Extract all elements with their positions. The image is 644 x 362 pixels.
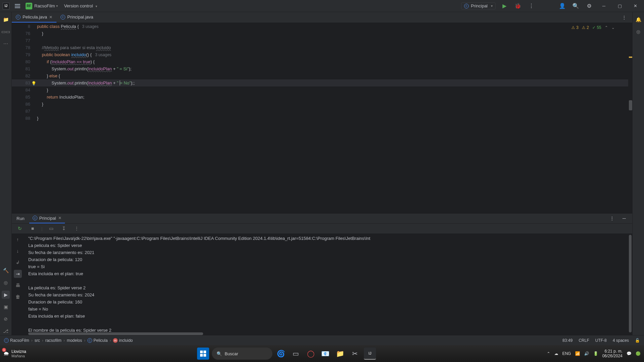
tray-wifi-icon[interactable]: 📶 [575,351,580,356]
maximize-button[interactable]: ▢ [614,1,626,11]
code-line[interactable]: 76 } [12,30,628,37]
minimize-button[interactable]: ─ [598,1,610,11]
notifications-icon[interactable]: 🔔 [634,15,642,24]
task-explorer[interactable]: ▭ [290,348,302,360]
breadcrumb-item[interactable]: □RacsoFilm [4,338,29,343]
code-line[interactable]: 87 [12,108,628,115]
chevron-down-icon[interactable]: ⌄ [611,24,615,31]
indent-setting[interactable]: 4 spaces [613,338,629,343]
code-text[interactable]: } [37,101,628,108]
code-text[interactable]: } [37,86,628,94]
intention-bulb-icon[interactable]: 💡 [31,80,36,87]
scroll-to-end-icon[interactable]: ⇥ [14,270,22,278]
editor-scrollbar[interactable] [628,23,632,213]
breadcrumb-item[interactable]: src [35,338,40,343]
code-text[interactable]: return IncluidoPlan; [37,94,628,101]
more-icon[interactable]: ⋮ [607,214,617,223]
chevron-down-icon[interactable]: ▾ [56,4,58,8]
code-line[interactable]: 77 [12,37,628,44]
tray-cloud-icon[interactable]: ☁ [554,351,558,356]
inspection-badges[interactable]: ⚠ 3 ⚠ 2 ✓ 55 ⌃ ⌄ [571,24,615,31]
scrollbar-thumb[interactable] [629,100,632,110]
project-tool-icon[interactable]: 📁 [2,15,10,24]
stop-button[interactable]: ■ [29,224,37,232]
code-line[interactable]: 80 if (IncluidoPlan == true) { [12,58,628,65]
main-menu-button[interactable] [13,1,22,11]
task-browser[interactable]: ◯ [305,348,317,360]
code-text[interactable]: System.out.println(IncluidoPlan + " = Si… [37,65,628,72]
git-icon[interactable]: ⎇ [2,327,10,335]
vcs-dropdown[interactable]: Version control ▾ [64,3,97,8]
console-output[interactable]: "C:\Program Files\Java\jdk-22\bin\java.e… [24,233,632,335]
more-button[interactable]: ⋮ [73,224,81,232]
code-line[interactable]: 86 } [12,101,628,108]
breadcrumb-item[interactable]: mincluido [113,338,133,343]
services-icon[interactable]: ◎ [2,279,10,287]
chevron-up-icon[interactable]: ⌃ [605,24,608,31]
run-button[interactable]: ▶ [500,1,509,11]
scroll-up-icon[interactable]: ↑ [14,236,22,244]
weather-widget[interactable]: 🌧 Llovizna Mañana [3,349,26,358]
settings-icon[interactable]: ⚙ [584,1,594,11]
code-line[interactable]: 8public class Pelicula { 3 usages [12,23,628,30]
code-text[interactable]: System.out.println(IncluidoPlan + " = No… [37,79,628,86]
code-text[interactable]: public boolean incluido() { 3 usages [37,51,628,58]
rerun-button[interactable]: ↻ [16,224,24,232]
console-vscrollbar[interactable] [629,235,632,332]
code-text[interactable]: //Metodo para saber si esta incluido [37,44,628,51]
code-line[interactable]: 83💡 System.out.println(IncluidoPlan + " … [12,79,628,86]
search-box[interactable]: 🔍 Buscar [212,348,272,360]
tray-copilot-icon[interactable]: 🟢 [636,351,641,356]
tray-chevron[interactable]: ⌃ [547,351,550,356]
run-config-selector[interactable]: C Principal ▾ [461,2,496,9]
run-tool-icon[interactable]: ▶ [2,291,10,299]
code-line[interactable]: 88} [12,115,628,122]
code-text[interactable] [37,108,628,115]
code-editor[interactable]: ⚠ 3 ⚠ 2 ✓ 55 ⌃ ⌄ 8public class Pelicula … [12,23,628,213]
task-mail[interactable]: 📧 [319,348,332,360]
soft-wrap-icon[interactable]: ↲ [14,258,22,266]
code-text[interactable]: if (IncluidoPlan == true) { [37,58,628,65]
debug-button[interactable]: 🐞 [513,1,523,11]
more-tabs-icon[interactable]: ⋮ [619,13,629,22]
tray-volume-icon[interactable]: 🔊 [584,351,589,356]
task-snip[interactable]: ✂ [349,348,361,360]
code-line[interactable]: 79 public boolean incluido() { 3 usages [12,51,628,58]
code-line[interactable]: 81 System.out.println(IncluidoPlan + " =… [12,65,628,72]
structure-tool-icon[interactable]: ▭▭ [2,28,10,36]
scroll-down-icon[interactable]: ↓ [14,247,22,255]
line-ending[interactable]: CRLF [579,338,589,343]
code-text[interactable]: } [37,30,628,37]
breadcrumb-item[interactable]: CPelicula [87,338,108,343]
tray-notifications-icon[interactable]: 💬 [627,351,632,356]
close-icon[interactable]: ✕ [49,15,52,20]
clock-time[interactable]: 6:21 p. m. [602,349,622,354]
delete-icon[interactable]: 🗑 [14,293,22,301]
search-icon[interactable]: 🔍 [571,1,580,11]
code-text[interactable]: } [37,115,628,122]
tab-principal[interactable]: C Principal.java [56,12,97,23]
code-line[interactable]: 82 } else { [12,72,628,79]
tab-pelicula[interactable]: C Pelicula.java ✕ [12,12,56,23]
encoding[interactable]: UTF-8 [595,338,607,343]
attach-button[interactable]: ▭ [47,224,55,232]
project-name[interactable]: RacsoFilm [34,3,55,8]
task-copilot[interactable]: 🌀 [275,348,287,360]
export-button[interactable]: ↧ [60,224,68,232]
terminal-icon[interactable]: ▣ [2,303,10,311]
code-line[interactable]: 78 //Metodo para saber si esta incluido [12,44,628,51]
tray-lang[interactable]: ENG [562,351,571,356]
start-button[interactable] [197,348,209,360]
run-tab-principal[interactable]: C Principal ✕ [29,214,65,223]
close-icon[interactable]: ✕ [58,216,62,220]
breadcrumb-item[interactable]: racsofilm [45,338,62,343]
bookmarks-icon[interactable]: 🔨 [2,266,10,275]
more-tool-icon[interactable]: ⋯ [2,40,10,48]
read-only-toggle[interactable]: 🔓 [635,338,640,343]
code-line[interactable]: 85 return IncluidoPlan; [12,94,628,101]
ai-icon[interactable]: ◎ [634,28,642,36]
caret-position[interactable]: 83:49 [563,338,573,343]
code-text[interactable]: public class Pelicula { 3 usages [37,23,628,30]
code-text[interactable] [37,37,628,44]
breadcrumb-item[interactable]: modelos [67,338,82,343]
